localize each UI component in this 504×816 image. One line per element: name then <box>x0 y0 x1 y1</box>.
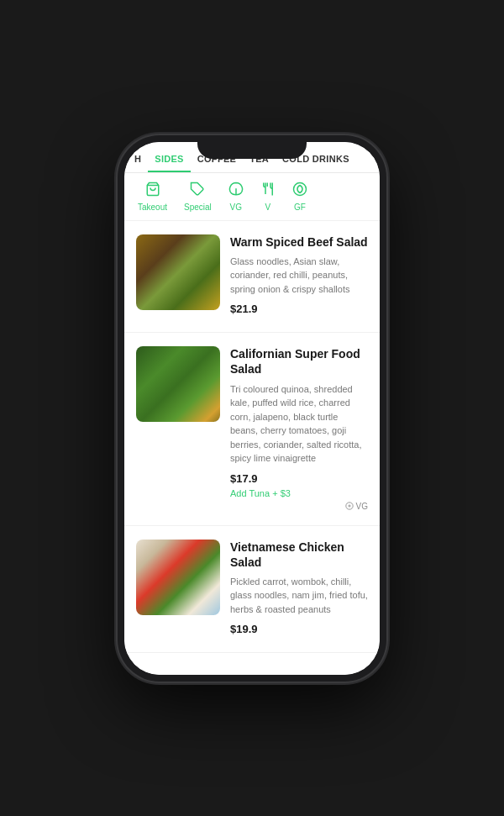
tag-icon <box>190 182 205 200</box>
filter-special-label: Special <box>184 203 212 212</box>
filter-takeout-label: Takeout <box>138 203 167 212</box>
vg-tag-icon <box>345 502 354 512</box>
menu-item-details-3: Vietnamese Chicken Salad Pickled carrot,… <box>230 540 368 640</box>
menu-item-vietnamese-chicken[interactable]: Vietnamese Chicken Salad Pickled carrot,… <box>124 526 380 654</box>
filter-special[interactable]: Special <box>184 182 212 212</box>
filter-takeout[interactable]: Takeout <box>138 182 167 212</box>
screen-content: H SIDES COFFEE TEA COLD DRINKS Tak <box>124 142 380 675</box>
phone-notch <box>197 135 307 159</box>
phone-frame: H SIDES COFFEE TEA COLD DRINKS Tak <box>118 135 386 682</box>
menu-item-desc-1: Glass noodles, Asian slaw, coriander, re… <box>230 255 368 297</box>
filter-row: Takeout Special <box>124 173 380 221</box>
menu-list: Warm Spiced Beef Salad Glass noodles, As… <box>124 221 380 675</box>
addon-label-2: Add Tuna <box>230 488 270 498</box>
menu-item-californian[interactable]: Californian Super Food Salad Tri coloure… <box>124 333 380 525</box>
menu-item-name-2: Californian Super Food Salad <box>230 346 368 376</box>
menu-item-name-1: Warm Spiced Beef Salad <box>230 234 368 250</box>
vg-tag-label: VG <box>356 502 368 511</box>
filter-vg-label: VG <box>230 203 242 212</box>
fork-icon <box>260 182 276 200</box>
food-image-1 <box>136 234 220 310</box>
menu-item-desc-3: Pickled carrot, wombok, chilli, glass no… <box>230 575 368 617</box>
tab-h[interactable]: H <box>128 142 148 172</box>
menu-item-addon-2: Add Tuna + $3 <box>230 488 368 498</box>
menu-item-details-2: Californian Super Food Salad Tri coloure… <box>230 346 368 511</box>
filter-v-label: V <box>265 203 271 212</box>
menu-item-desc-2: Tri coloured quinoa, shredded kale, puff… <box>230 382 368 466</box>
filter-gf-label: GF <box>294 203 306 212</box>
phone-screen: H SIDES COFFEE TEA COLD DRINKS Tak <box>124 142 380 675</box>
menu-item-details-1: Warm Spiced Beef Salad Glass noodles, As… <box>230 234 368 319</box>
filter-gf[interactable]: GF <box>292 182 307 212</box>
leaf-icon <box>228 182 244 200</box>
bag-icon <box>145 182 160 200</box>
addon-price-2: + $3 <box>272 488 291 498</box>
filter-vg[interactable]: VG <box>228 182 244 212</box>
menu-item-price-2: $17.9 <box>230 472 368 485</box>
menu-item-price-1: $21.9 <box>230 303 368 315</box>
menu-item-name-3: Vietnamese Chicken Salad <box>230 540 368 570</box>
menu-item-tags-2: VG <box>230 502 368 512</box>
grain-icon <box>292 182 307 200</box>
tab-sides[interactable]: SIDES <box>148 142 191 172</box>
filter-v[interactable]: V <box>260 182 276 212</box>
food-image-2 <box>136 346 220 422</box>
menu-item-warm-spiced-beef[interactable]: Warm Spiced Beef Salad Glass noodles, As… <box>124 221 380 334</box>
menu-item-price-3: $19.9 <box>230 623 368 635</box>
food-image-3 <box>136 540 220 615</box>
